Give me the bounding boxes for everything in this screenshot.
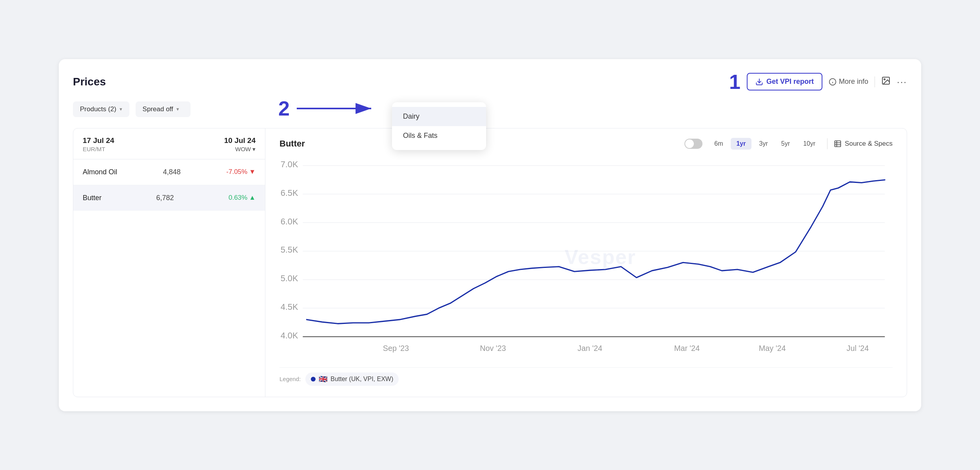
product-row-almond[interactable]: Almond Oil 4,848 -7.05% ▼	[73, 159, 265, 185]
table-icon	[834, 140, 842, 148]
more-options-button[interactable]: ···	[897, 76, 907, 87]
get-vpi-button[interactable]: Get VPI report	[747, 73, 822, 90]
header-actions: 1 Get VPI report More info	[729, 72, 907, 92]
product-row-butter[interactable]: Butter 6,782 0.63% ▲	[73, 185, 265, 211]
time-btn-1yr[interactable]: 1yr	[731, 138, 751, 150]
left-date: 17 Jul 24	[83, 136, 114, 145]
chart-header: Butter 6m 1yr 3yr 5yr 10yr	[279, 138, 893, 150]
date-right: 10 Jul 24 WOW ▾	[224, 136, 256, 153]
dots-icon: ···	[897, 76, 907, 87]
legend-pill: 🇬🇧 Butter (UK, VPI, EXW)	[305, 372, 399, 386]
date-left: 17 Jul 24 EUR/MT	[83, 136, 114, 152]
chart-title: Butter	[279, 139, 305, 149]
time-btn-3yr[interactable]: 3yr	[754, 138, 773, 150]
line-chart: 7.0K 6.5K 6.0K 5.5K 5.0K 4.5K 4.0K Sep '…	[279, 157, 893, 361]
source-specs-label: Source & Specs	[845, 140, 893, 148]
svg-text:4.0K: 4.0K	[281, 330, 298, 340]
legend-label: Legend:	[279, 376, 301, 382]
svg-text:Jan '24: Jan '24	[577, 343, 602, 352]
image-icon	[881, 76, 891, 85]
left-panel: 17 Jul 24 EUR/MT 10 Jul 24 WOW ▾ Almond …	[73, 128, 265, 397]
chevron-down-icon: ▾	[252, 146, 256, 153]
chart-divider	[827, 138, 828, 149]
svg-text:Jul '24: Jul '24	[847, 343, 869, 352]
wow-label: WOW	[235, 146, 251, 152]
svg-text:Mar '24: Mar '24	[674, 343, 700, 352]
right-date: 10 Jul 24	[224, 136, 256, 145]
page-title: Prices	[73, 76, 106, 88]
header-divider	[875, 76, 875, 87]
dropdown-item-oils-fats[interactable]: Oils & Fats	[392, 126, 486, 145]
time-btn-10yr[interactable]: 10yr	[798, 138, 821, 150]
date-unit: EUR/MT	[83, 146, 114, 152]
info-icon	[829, 78, 837, 86]
chevron-down-icon: ▾	[120, 106, 122, 112]
header-row: Prices 1 Get VPI report More	[73, 72, 907, 92]
legend-row: Legend: 🇬🇧 Butter (UK, VPI, EXW)	[279, 367, 893, 386]
spread-dropdown[interactable]: Spread off ▾	[136, 101, 191, 117]
legend-dot	[311, 377, 316, 381]
legend-text: Butter (UK, VPI, EXW)	[330, 376, 393, 383]
download-icon	[755, 78, 763, 86]
svg-text:6.5K: 6.5K	[281, 188, 298, 198]
toggle-switch[interactable]	[684, 139, 702, 149]
svg-point-5	[884, 79, 885, 80]
more-info-label: More info	[839, 78, 868, 86]
chart-controls: 6m 1yr 3yr 5yr 10yr S	[684, 138, 893, 150]
more-info-button[interactable]: More info	[829, 78, 868, 86]
wow-button[interactable]: WOW ▾	[224, 146, 256, 153]
source-specs-button[interactable]: Source & Specs	[834, 140, 893, 148]
date-header: 17 Jul 24 EUR/MT 10 Jul 24 WOW ▾	[73, 128, 265, 159]
image-button[interactable]	[881, 76, 891, 88]
products-label: Products (2)	[80, 105, 116, 113]
products-dropdown[interactable]: Products (2) ▾	[73, 101, 129, 117]
controls-row: Products (2) ▾ Spread off ▾	[73, 101, 907, 117]
svg-text:4.5K: 4.5K	[281, 302, 298, 312]
chart-area: 7.0K 6.5K 6.0K 5.5K 5.0K 4.5K 4.0K Sep '…	[279, 157, 893, 361]
product-value-butter: 6,782	[156, 194, 174, 202]
main-card: Prices 1 Get VPI report More	[59, 59, 921, 411]
svg-rect-8	[835, 141, 841, 146]
category-dropdown-popup: Dairy Oils & Fats	[392, 102, 486, 150]
product-name-almond: Almond Oil	[83, 168, 117, 176]
legend-flag: 🇬🇧	[319, 375, 327, 383]
down-arrow-icon: ▼	[249, 168, 256, 176]
svg-text:Nov '23: Nov '23	[480, 343, 506, 352]
spread-label: Spread off	[143, 105, 173, 113]
chevron-down-icon: ▾	[176, 106, 179, 112]
get-vpi-label: Get VPI report	[766, 78, 814, 86]
time-btn-6m[interactable]: 6m	[709, 138, 728, 150]
up-arrow-icon: ▲	[249, 194, 256, 202]
svg-text:6.0K: 6.0K	[281, 216, 298, 226]
svg-text:May '24: May '24	[759, 343, 786, 352]
dropdown-item-dairy[interactable]: Dairy	[392, 107, 486, 126]
svg-text:5.0K: 5.0K	[281, 273, 298, 283]
right-panel: Butter 6m 1yr 3yr 5yr 10yr	[265, 128, 907, 397]
time-range-buttons: 6m 1yr 3yr 5yr 10yr	[709, 138, 821, 150]
time-btn-5yr[interactable]: 5yr	[776, 138, 795, 150]
product-name-butter: Butter	[83, 194, 102, 202]
svg-text:Sep '23: Sep '23	[383, 343, 409, 352]
product-change-butter: 0.63% ▲	[229, 194, 256, 202]
product-value-almond: 4,848	[163, 168, 181, 176]
svg-text:5.5K: 5.5K	[281, 244, 298, 255]
svg-text:7.0K: 7.0K	[281, 159, 298, 169]
main-content: 17 Jul 24 EUR/MT 10 Jul 24 WOW ▾ Almond …	[73, 128, 907, 397]
product-change-almond: -7.05% ▼	[226, 168, 256, 176]
step1-badge: 1	[729, 72, 740, 92]
butter-line	[307, 180, 885, 324]
